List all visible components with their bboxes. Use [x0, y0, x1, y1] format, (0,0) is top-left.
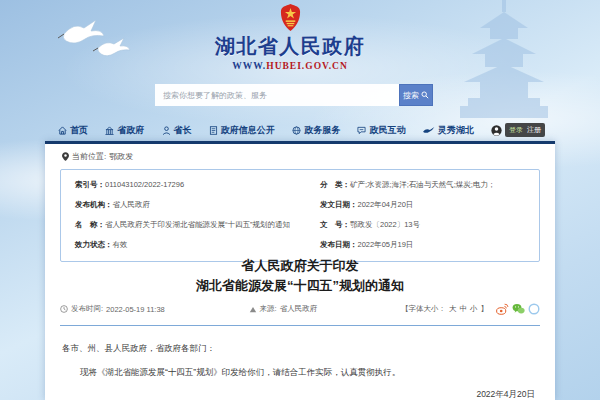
source-icon [249, 306, 257, 313]
meta-validity-status: 效力状态：有效 [61, 235, 306, 255]
breadcrumb: 当前位置: 鄂政发 [62, 151, 133, 162]
document-icon [209, 126, 218, 135]
weibo-icon[interactable] [496, 303, 509, 315]
breadcrumb-current[interactable]: 鄂政发 [109, 151, 133, 162]
nav-label: 灵秀湖北 [438, 124, 474, 137]
meta-index-number: 索引号：011043102/2022-17296 [61, 175, 306, 195]
publish-time-value: 2022-05-19 11:38 [106, 305, 165, 314]
masthead: 湖北省人民政府 WWW.HUBEI.GOV.CN [150, 4, 430, 71]
clock-icon [60, 305, 68, 313]
qzone-icon[interactable] [528, 303, 540, 315]
user-avatar-icon [491, 125, 502, 136]
document-meta-table: 索引号：011043102/2022-17296 分 类：矿产;水资源;海洋;石… [60, 169, 540, 262]
publish-time-label: 发布时间: [71, 304, 103, 314]
nav-item-public-interaction[interactable]: 政民互动 [357, 124, 405, 137]
nav-label: 政府信息公开 [221, 124, 275, 137]
share-buttons [496, 303, 540, 315]
nav-label: 省长 [174, 124, 192, 137]
nav-item-information-disclosure[interactable]: 政府信息公开 [209, 124, 275, 137]
nav-item-governor[interactable]: 省长 [162, 124, 192, 137]
body-paragraph-main: 现将《湖北省能源发展“十四五”规划》印发给你们，请结合工作实际，认真贯彻执行。 [80, 367, 400, 379]
nav-item-home[interactable]: 首页 [58, 124, 88, 137]
cranes-illustration [58, 16, 144, 64]
source-label: 来源: [260, 304, 277, 314]
font-size-small-button[interactable]: 小 [470, 304, 478, 314]
nav-label: 首页 [70, 124, 88, 137]
font-size-large-button[interactable]: 大 [449, 304, 457, 314]
nav-item-government-services[interactable]: 政务服务 [292, 124, 340, 137]
document-title: 省人民政府关于印发 湖北省能源发展“十四五”规划的通知 [45, 256, 555, 296]
search-input[interactable] [155, 84, 399, 106]
meta-publish-date: 发布日期：2022年05月19日 [306, 235, 539, 255]
signature-date: 2022年4月20日 [476, 389, 535, 400]
site-title: 湖北省人民政府 [150, 33, 430, 60]
publish-info-row: 发布时间: 2022-05-19 11:38 来源: 省人民政府 【字体大小： … [60, 303, 540, 315]
search-icon [421, 91, 429, 99]
content-card: 当前位置: 鄂政发 索引号：011043102/2022-17296 分 类：矿… [45, 141, 555, 400]
meta-document-number: 文 号：鄂政发〔2022〕13号 [306, 215, 539, 235]
site-url: WWW.HUBEI.GOV.CN [150, 61, 430, 71]
font-size-control: 【字体大小： 大 中 小 】 [401, 303, 540, 315]
search-button[interactable]: 搜索 [399, 84, 433, 106]
nav-label: 政务服务 [304, 124, 340, 137]
divider-line [60, 325, 540, 326]
national-emblem-icon [279, 4, 302, 31]
main-nav: 首页 省政府 省长 政府信息公开 政务服务 政民互动 灵秀湖北 [58, 121, 545, 139]
nav-item-beautiful-hubei[interactable]: 灵秀湖北 [423, 124, 474, 137]
document-title-line2: 湖北省能源发展“十四五”规划的通知 [45, 276, 555, 296]
font-size-prefix: 【字体大小： [401, 304, 446, 314]
meta-document-name: 名 称：省人民政府关于印发湖北省能源发展“十四五”规划的通知 [61, 215, 306, 235]
chat-icon [357, 126, 366, 135]
pagoda-illustration [458, 0, 550, 118]
nav-item-provincial-government[interactable]: 省政府 [105, 124, 144, 137]
globe-icon [292, 126, 301, 135]
nav-label: 省政府 [117, 124, 144, 137]
source: 来源: 省人民政府 [249, 304, 318, 314]
home-icon [58, 126, 67, 135]
font-size-medium-button[interactable]: 中 [459, 304, 467, 314]
body-paragraph-salutation: 各市、州、县人民政府，省政府各部门： [62, 343, 215, 355]
search-button-label: 搜索 [403, 90, 419, 101]
font-size-suffix: 】 [480, 304, 488, 314]
government-building-icon [105, 126, 114, 135]
login-register-badge[interactable]: 登录 注册 [505, 123, 545, 137]
nav-label: 政民互动 [369, 124, 405, 137]
meta-category: 分 类：矿产;水资源;海洋;石油与天然气;煤炭;电力； [306, 175, 539, 195]
login-link[interactable]: 登录 [509, 125, 523, 135]
page: 湖北省人民政府 WWW.HUBEI.GOV.CN 搜索 首页 省政府 省长 政府… [0, 0, 600, 400]
document-title-line1: 省人民政府关于印发 [45, 256, 555, 276]
breadcrumb-label: 当前位置: [72, 151, 106, 162]
auth-area: 登录 注册 [491, 123, 545, 137]
source-value: 省人民政府 [280, 304, 318, 314]
bird-icon [423, 126, 435, 135]
meta-issue-date: 发文日期：2022年04月20日 [306, 195, 539, 215]
publish-time: 发布时间: 2022-05-19 11:38 [60, 304, 165, 314]
meta-issuing-agency: 发布机构：省人民政府 [61, 195, 306, 215]
wechat-icon[interactable] [512, 303, 525, 315]
register-link[interactable]: 注册 [527, 125, 541, 135]
person-icon [162, 126, 171, 135]
location-pin-icon [62, 152, 69, 161]
